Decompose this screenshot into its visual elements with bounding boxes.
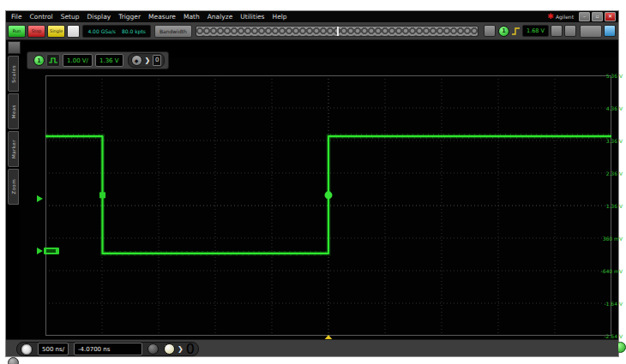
channel-1-button[interactable]: 1: [33, 55, 45, 66]
channel-step-knob[interactable]: ◆: [131, 55, 142, 66]
menu-bar: FileControlSetupDisplayTriggerMeasureMat…: [6, 11, 618, 22]
sidebar-tab-label: Zoom: [11, 179, 16, 194]
channel-bar: 1 1.00 V/ 1.36 V ◆ ❯ 0: [27, 51, 169, 69]
menu-items: FileControlSetupDisplayTriggerMeasureMat…: [6, 13, 287, 21]
voltage-label: 4.36 V: [588, 105, 623, 111]
voltage-axis-labels: 5.36 V4.36 V3.36 V2.36 V1.36 V360 mV-640…: [587, 75, 623, 341]
sidebar-tab-scales[interactable]: Scales: [8, 56, 19, 92]
strip-center-tick: [337, 27, 339, 36]
minimize-button[interactable]: –: [579, 12, 590, 21]
close-button[interactable]: ✕: [605, 12, 616, 21]
menu-item-measure[interactable]: Measure: [148, 13, 176, 21]
trigger-mode-button[interactable]: [551, 25, 563, 37]
voltage-label: -2.64 V: [588, 333, 623, 339]
waveform-plot: [45, 75, 611, 336]
menu-item-setup[interactable]: Setup: [61, 13, 80, 21]
graticule: [45, 75, 611, 336]
agilent-logo-text: Agilent: [556, 14, 574, 20]
menu-item-control[interactable]: Control: [30, 13, 53, 21]
square-wave-icon: [49, 57, 58, 64]
timebase-step-arrow[interactable]: ❯: [178, 345, 184, 353]
voltage-label: -1.64 V: [588, 301, 623, 307]
vertical-offset-field[interactable]: 1.36 V: [95, 54, 123, 67]
edge-round-button[interactable]: [8, 357, 19, 364]
voltage-label: 5.36 V: [588, 73, 623, 79]
touch-toggle-button[interactable]: [67, 25, 80, 38]
menu-item-trigger[interactable]: Trigger: [118, 13, 141, 21]
trigger-level-field[interactable]: 1.68 V: [522, 25, 549, 37]
ground-arrow-marker[interactable]: [37, 248, 43, 254]
run-button[interactable]: Run: [8, 25, 26, 38]
sidebar-tab-meas[interactable]: Meas: [8, 93, 19, 129]
maximize-button[interactable]: ▫: [592, 12, 603, 21]
channel-ground-marker[interactable]: [44, 248, 59, 254]
channel-step-count: 0: [153, 55, 161, 66]
sidebar-tab-zoom[interactable]: Zoom: [8, 169, 19, 205]
menu-item-file[interactable]: File: [11, 13, 22, 21]
channel-step-arrow[interactable]: ❯: [145, 57, 151, 65]
oscilloscope-window: FileControlSetupDisplayTriggerMeasureMat…: [5, 10, 619, 357]
timebase-scale-field[interactable]: 500 ns/: [38, 343, 69, 355]
bandwidth-button[interactable]: Bandwidth: [154, 25, 192, 38]
voltage-label: 2.36 V: [588, 170, 623, 176]
agilent-logo-icon: ✱: [547, 13, 554, 21]
channel-reference-marker[interactable]: [37, 195, 43, 202]
menu-item-utilities[interactable]: Utilities: [240, 13, 264, 21]
single-button[interactable]: Single: [47, 25, 65, 38]
sidebar-tab-label: Scales: [11, 65, 16, 83]
menu-item-math[interactable]: Math: [184, 13, 200, 21]
sidebar-corner-block: [8, 41, 21, 54]
trigger-point-square-marker[interactable]: [99, 192, 105, 198]
menu-item-help[interactable]: Help: [273, 13, 287, 21]
utility-button[interactable]: [580, 25, 602, 38]
timebase-fine-button[interactable]: [164, 343, 175, 355]
timebase-position-field[interactable]: -4.0700 ns: [74, 343, 142, 355]
acquisition-readout: 4.00 GSa/s 80.0 kpts: [82, 25, 151, 38]
trigger-point-circle-marker[interactable]: [325, 191, 333, 199]
trigger-setup-button[interactable]: [484, 25, 496, 37]
voltage-label: -640 mV: [588, 268, 623, 274]
trigger-adv-button[interactable]: [564, 25, 576, 37]
trigger-source-button[interactable]: 1: [498, 26, 509, 37]
channel-waveform-button[interactable]: [46, 54, 60, 67]
vertical-scale-field[interactable]: 1.00 V/: [63, 54, 93, 67]
main-toolbar: Run Stop Single 4.00 GSa/s 80.0 kpts Ban…: [6, 22, 618, 40]
voltage-label: 1.36 V: [588, 203, 623, 209]
voltage-label: 3.36 V: [588, 138, 623, 144]
menu-item-display[interactable]: Display: [87, 13, 111, 21]
horizontal-controls-group: 500 ns/ -4.0700 ns ❯ 0: [16, 342, 199, 356]
titlebar-right: ✱ Agilent – ▫ ✕: [547, 12, 616, 21]
stop-button[interactable]: Stop: [27, 25, 45, 38]
ground-marker-label: [46, 249, 56, 253]
sidebar-tab-label: Meas: [11, 104, 16, 118]
menu-item-analyze[interactable]: Analyze: [208, 13, 233, 21]
touchscreen-button[interactable]: [604, 25, 616, 37]
horizontal-settings-button[interactable]: [21, 343, 33, 355]
timebase-step-count: 0: [186, 341, 195, 357]
memory-depth-value: 80.0 kpts: [122, 28, 146, 34]
screenshot-page: FileControlSetupDisplayTriggerMeasureMat…: [0, 0, 626, 364]
sample-rate-value: 4.00 GSa/s: [87, 28, 116, 34]
voltage-label: 360 mV: [588, 236, 623, 242]
sidebar-tab-marker[interactable]: Marker: [8, 131, 19, 167]
channel-step-cluster: ◆ ❯ 0: [128, 53, 166, 68]
timebase-knob-button[interactable]: [147, 343, 159, 355]
sidebar-tab-label: Marker: [11, 140, 16, 158]
horizontal-bar: 500 ns/ -4.0700 ns ❯ 0: [6, 339, 618, 356]
waveform-scale-strip[interactable]: [196, 26, 479, 37]
sidebar-tab-strip: ScalesMeasMarkerZoom: [8, 41, 20, 206]
trigger-slope-icon[interactable]: [511, 27, 521, 36]
